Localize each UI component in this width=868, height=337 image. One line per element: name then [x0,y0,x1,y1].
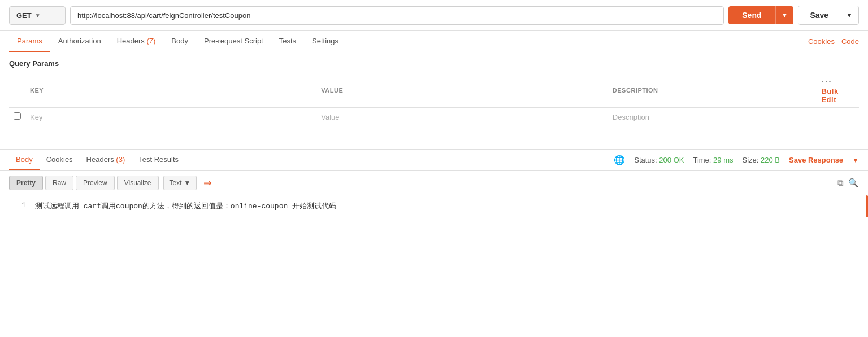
copy-icon[interactable]: ⧉ [837,178,844,188]
value-col-header: VALUE [316,73,608,108]
tabs-right: Cookies Code [808,37,859,46]
format-preview-button[interactable]: Preview [76,176,115,190]
response-status-bar: 🌐 Status: 200 OK Time: 29 ms Size: 220 B… [614,155,859,165]
query-params-section: Query Params KEY VALUE DESCRIPTION ··· B… [0,52,868,126]
query-params-title: Query Params [9,59,859,68]
time-item: Time: 29 ms [693,156,733,164]
cookies-link[interactable]: Cookies [808,37,835,46]
send-button[interactable]: Send [728,6,775,24]
table-row: Key Value Description [9,108,859,126]
send-button-group: Send ▼ [728,6,793,24]
format-pretty-button[interactable]: Pretty [9,176,43,190]
response-tab-test-results[interactable]: Test Results [132,150,185,170]
method-label: GET [16,11,32,20]
code-line-1: 1 测试远程调用 cart调用coupon的方法，得到的返回值是：online-… [0,200,868,212]
bulk-edit-link[interactable]: Bulk Edit [821,87,838,104]
code-area: 1 测试远程调用 cart调用coupon的方法，得到的返回值是：online-… [0,195,868,217]
tab-params[interactable]: Params [9,31,50,52]
wrap-button[interactable]: ⇒ [203,177,212,189]
format-bar: Pretty Raw Preview Visualize Text ▼ ⇒ ⧉ … [0,171,868,195]
code-content-1: 测试远程调用 cart调用coupon的方法，得到的返回值是：online-co… [35,201,859,211]
tab-body[interactable]: Body [163,31,196,52]
key-col-header: KEY [25,73,316,108]
code-link[interactable]: Code [841,37,859,46]
row-actions [817,108,859,126]
format-type-select[interactable]: Text ▼ [163,176,197,190]
tab-headers[interactable]: Headers (7) [109,31,164,52]
request-tabs: Params Authorization Headers (7) Body Pr… [0,31,868,52]
method-select[interactable]: GET ▼ [9,6,66,25]
format-bar-right: ⧉ 🔍 [837,178,859,188]
response-tab-headers[interactable]: Headers (3) [80,150,132,170]
globe-icon[interactable]: 🌐 [614,155,625,165]
tab-tests[interactable]: Tests [271,31,304,52]
more-options-icon[interactable]: ··· [821,77,832,86]
desc-cell[interactable]: Description [608,108,817,126]
save-button-group: Save ▼ [798,6,859,25]
tab-prerequest[interactable]: Pre-request Script [196,31,271,52]
save-response-dropdown-icon[interactable]: ▼ [852,156,859,164]
send-dropdown-button[interactable]: ▼ [775,6,794,24]
value-cell[interactable]: Value [316,108,608,126]
type-select-chevron: ▼ [184,179,191,187]
save-dropdown-button[interactable]: ▼ [840,6,858,24]
desc-col-header: DESCRIPTION [608,73,817,108]
search-icon[interactable]: 🔍 [848,178,859,188]
url-bar: GET ▼ Send ▼ Save ▼ [0,0,868,31]
method-dropdown-icon: ▼ [35,12,41,19]
response-body-container: 1 测试远程调用 cart调用coupon的方法，得到的返回值是：online-… [0,195,868,217]
scrollbar-indicator [866,195,868,217]
actions-col-header: ··· Bulk Edit [817,73,859,108]
status-item: Status: 200 OK [634,156,684,164]
url-input[interactable] [70,6,724,25]
line-number-1: 1 [9,201,26,209]
response-tabs-nav: Body Cookies Headers (3) Test Results 🌐 … [0,150,868,171]
format-visualize-button[interactable]: Visualize [117,176,159,190]
format-raw-button[interactable]: Raw [45,176,73,190]
save-response-button[interactable]: Save Response [789,156,843,164]
checkbox-col-header [9,73,25,108]
params-table: KEY VALUE DESCRIPTION ··· Bulk Edit Key [9,73,859,126]
response-tab-body[interactable]: Body [9,150,40,170]
row-checkbox[interactable] [9,108,25,126]
size-item: Size: 220 B [742,156,780,164]
response-section: Body Cookies Headers (3) Test Results 🌐 … [0,149,868,217]
key-cell[interactable]: Key [25,108,316,126]
response-tab-cookies[interactable]: Cookies [40,150,80,170]
save-button[interactable]: Save [798,6,840,24]
tab-settings[interactable]: Settings [304,31,346,52]
tab-authorization[interactable]: Authorization [50,31,109,52]
